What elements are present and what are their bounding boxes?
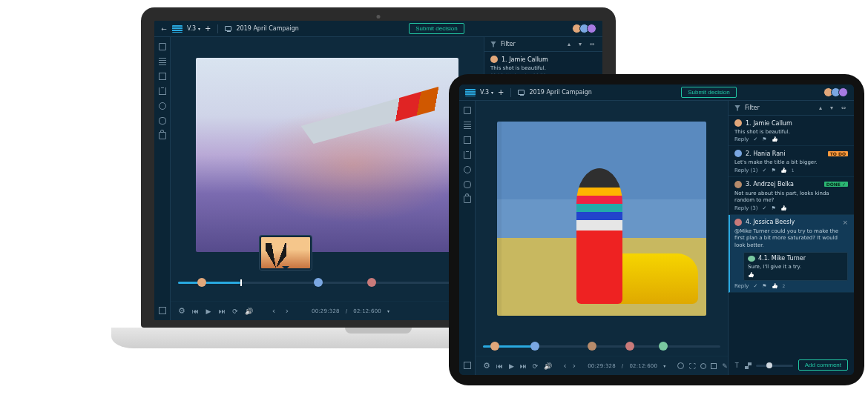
draw-tool-icon[interactable]: [721, 362, 729, 370]
comment-item[interactable]: 2. Hania Rani TO DO Let's make the title…: [729, 146, 854, 176]
resolve-icon[interactable]: [753, 283, 757, 289]
video-frame[interactable]: [196, 58, 458, 252]
skip-back-icon[interactable]: [191, 308, 199, 315]
volume-icon[interactable]: [544, 362, 551, 370]
inbox-icon[interactable]: [159, 87, 166, 95]
like-icon[interactable]: [772, 136, 778, 142]
chevron-down-icon[interactable]: ▾: [387, 308, 389, 314]
filter-icon[interactable]: [734, 105, 740, 111]
timeline-marker[interactable]: [367, 278, 376, 287]
export-icon[interactable]: [159, 307, 166, 314]
comment-item-active[interactable]: 4. Jessica Beesly × @Mike Turner could y…: [729, 215, 854, 293]
lock-icon[interactable]: [464, 196, 471, 203]
app-logo-icon[interactable]: [465, 89, 476, 96]
timeline-marker[interactable]: [197, 278, 206, 287]
cloud-icon[interactable]: [159, 117, 166, 125]
timeline-marker[interactable]: [659, 342, 668, 351]
sort-up-icon[interactable]: [819, 105, 826, 111]
volume-icon[interactable]: [245, 308, 252, 315]
rect-tool-icon[interactable]: [711, 363, 717, 369]
add-comment-button[interactable]: Add comment: [798, 359, 848, 371]
timeline[interactable]: [171, 268, 484, 301]
skip-forward-icon[interactable]: [520, 362, 527, 370]
resolve-icon[interactable]: [763, 168, 767, 173]
timeline-marker[interactable]: [314, 278, 323, 287]
flag-icon[interactable]: [762, 283, 766, 289]
resolve-icon[interactable]: [753, 136, 757, 142]
export-icon[interactable]: [464, 362, 471, 369]
version-selector[interactable]: V.3 ▾: [187, 25, 200, 32]
reply-button[interactable]: Reply: [734, 283, 749, 289]
circle-tool-icon[interactable]: [700, 363, 706, 369]
reply-button[interactable]: Reply (1): [734, 168, 758, 173]
add-version-button[interactable]: +: [205, 24, 211, 33]
folder-icon[interactable]: [159, 43, 166, 50]
flag-icon[interactable]: [762, 136, 766, 142]
next-frame-icon[interactable]: [283, 308, 291, 315]
next-frame-icon[interactable]: [573, 362, 576, 370]
comment-author: 4. Jessica Beesly: [746, 219, 838, 225]
settings-icon[interactable]: [178, 308, 185, 315]
text-tool-icon[interactable]: [733, 362, 740, 370]
video-frame[interactable]: [497, 122, 706, 316]
prev-frame-icon[interactable]: [270, 308, 277, 315]
cloud-icon[interactable]: [464, 181, 471, 188]
comment-item[interactable]: 1. Jamie Callum This shot is beautiful. …: [729, 116, 854, 146]
settings-icon[interactable]: [483, 362, 490, 370]
play-icon[interactable]: [205, 308, 212, 315]
compare-icon[interactable]: [745, 362, 752, 369]
fullscreen-icon[interactable]: [688, 362, 696, 370]
like-icon[interactable]: [748, 272, 754, 278]
app-logo-icon[interactable]: [172, 25, 183, 33]
skip-forward-icon[interactable]: [218, 308, 226, 315]
filter-label[interactable]: Filter: [501, 41, 516, 47]
expand-icon[interactable]: [590, 41, 596, 47]
sort-down-icon[interactable]: [830, 105, 837, 111]
close-icon[interactable]: ×: [842, 219, 848, 226]
like-icon[interactable]: [780, 205, 787, 211]
presence-avatars[interactable]: [826, 87, 848, 97]
loop-icon[interactable]: [231, 308, 239, 315]
image-icon[interactable]: [159, 73, 166, 80]
comment-author: 1. Jamie Callum: [746, 120, 848, 127]
history-icon[interactable]: [159, 102, 166, 110]
expand-icon[interactable]: [841, 105, 848, 111]
reply-button[interactable]: Reply (3): [734, 205, 758, 211]
version-selector[interactable]: V.3 ▾: [480, 89, 493, 96]
sort-up-icon[interactable]: [568, 41, 574, 47]
timeline-marker[interactable]: [588, 342, 596, 351]
folder-icon[interactable]: [464, 107, 471, 114]
loop-icon[interactable]: [533, 362, 539, 370]
timeline-marker[interactable]: [530, 342, 539, 351]
playhead[interactable]: [240, 279, 242, 286]
resolve-icon[interactable]: [763, 205, 767, 211]
timeline[interactable]: [476, 332, 728, 356]
flag-icon[interactable]: [771, 168, 775, 173]
history-icon[interactable]: [464, 166, 471, 173]
image-icon[interactable]: [464, 136, 471, 144]
skip-back-icon[interactable]: [496, 362, 503, 370]
lock-icon[interactable]: [159, 132, 166, 139]
add-version-button[interactable]: +: [498, 88, 504, 96]
presence-avatars[interactable]: [574, 24, 596, 33]
chevron-down-icon[interactable]: ▾: [663, 363, 665, 368]
timeline-marker[interactable]: [625, 342, 634, 351]
submit-decision-button[interactable]: Submit decision: [681, 87, 736, 98]
sort-down-icon[interactable]: [579, 41, 585, 47]
list-icon[interactable]: [464, 122, 471, 129]
timeline-marker[interactable]: [490, 342, 499, 351]
comment-item[interactable]: 3. Andrzej Belka DONE ✓ Not sure about t…: [729, 177, 854, 215]
back-icon[interactable]: [160, 25, 168, 33]
list-icon[interactable]: [159, 58, 166, 65]
like-icon[interactable]: [780, 168, 787, 173]
play-icon[interactable]: [509, 362, 514, 370]
prev-frame-icon[interactable]: [563, 362, 566, 370]
submit-decision-button[interactable]: Submit decision: [409, 23, 464, 34]
inbox-icon[interactable]: [464, 151, 471, 159]
filter-label[interactable]: Filter: [745, 105, 760, 111]
reply-button[interactable]: Reply: [734, 136, 749, 142]
filter-icon[interactable]: [490, 42, 496, 47]
target-icon[interactable]: [677, 362, 684, 369]
flag-icon[interactable]: [771, 205, 775, 211]
like-icon[interactable]: [772, 283, 778, 289]
